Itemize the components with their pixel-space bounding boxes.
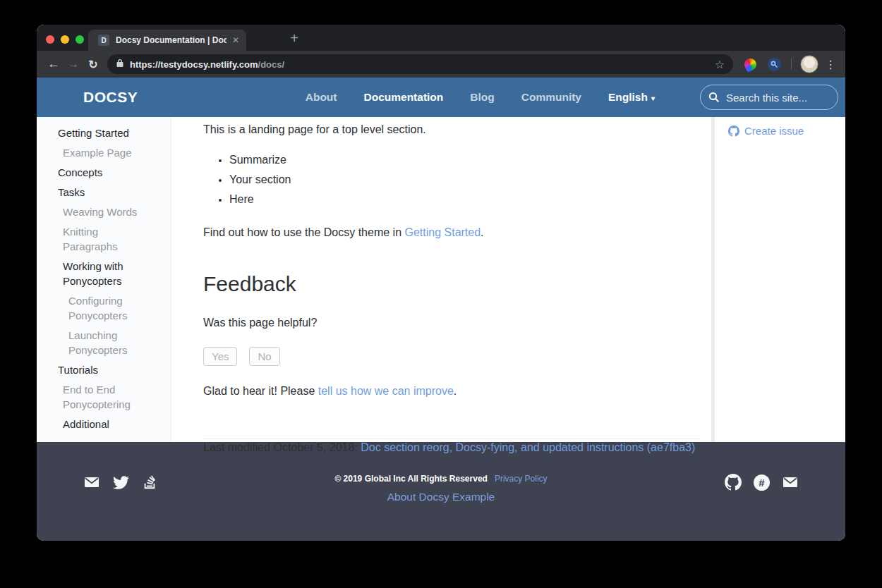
lock-icon [116, 58, 124, 71]
address-bar[interactable]: https://testydocsy.netlify.com /docs/ ☆ [107, 54, 733, 74]
site-navbar: DOCSY About Documentation Blog Community… [37, 78, 845, 117]
close-tab-icon[interactable]: ✕ [232, 35, 239, 45]
password-extension-icon[interactable] [768, 58, 781, 71]
copyright-text: © 2019 Global Inc All Rights Reserved [334, 474, 487, 484]
twitter-icon[interactable] [113, 474, 129, 491]
brand-logo[interactable]: DOCSY [83, 89, 138, 106]
find-out-prefix: Find out how to use the Docsy theme in [203, 226, 404, 238]
no-button[interactable]: No [249, 347, 279, 366]
right-sidebar: Create issue [715, 117, 845, 442]
nav-item-blog[interactable]: Blog [470, 91, 494, 104]
toolbar-divider [791, 59, 792, 70]
sidebar-item-working-with-ponycopters[interactable]: Working with Ponycopters [37, 259, 171, 288]
feedback-response: Glad to hear it! Please tell us how we c… [203, 383, 701, 400]
footer-social-right: # [676, 474, 845, 491]
page-content: Getting Started Example Page Concepts Ta… [37, 117, 845, 442]
privacy-policy-link[interactable]: Privacy Policy [495, 474, 548, 484]
github-icon[interactable] [725, 474, 742, 491]
find-out-suffix: . [481, 226, 483, 238]
sidebar-item-knitting-paragraphs[interactable]: Knitting Paragraphs [37, 224, 171, 254]
github-icon [728, 125, 739, 137]
about-docsy-link[interactable]: About Docsy Example [387, 491, 495, 503]
nav-item-community[interactable]: Community [521, 91, 581, 104]
site-footer: © 2019 Global Inc All Rights ReservedPri… [37, 442, 845, 541]
bookmark-star-icon[interactable]: ☆ [715, 58, 725, 71]
list-item: Summarize [229, 154, 701, 166]
language-dropdown[interactable]: English▾ [608, 91, 655, 104]
site-favicon-icon: D [98, 35, 109, 46]
nav-item-about[interactable]: About [306, 91, 337, 104]
getting-started-link[interactable]: Getting Started [404, 226, 481, 238]
search-icon [708, 92, 720, 103]
search-box [700, 85, 838, 110]
list-item: Your section [229, 173, 701, 186]
improve-link[interactable]: tell us how we can improve [318, 385, 454, 397]
tab-title: Docsy Documentation | Docsy [116, 35, 226, 45]
sidebar-item-additional[interactable]: Additional [37, 417, 171, 431]
language-label: English [608, 91, 648, 103]
browser-window: D Docsy Documentation | Docsy ✕ + ← → ↻ … [37, 25, 845, 541]
zoom-window-button[interactable] [75, 35, 84, 44]
sidebar-item-launching-ponycopters[interactable]: Launching Ponycopters [37, 328, 171, 357]
url-host: https://testydocsy.netlify.com [130, 59, 258, 70]
intro-paragraph: This is a landing page for a top level s… [203, 121, 701, 138]
feedback-buttons: Yes No [203, 347, 701, 366]
nav-links: About Documentation Blog Community Engli… [306, 85, 838, 110]
nav-item-documentation[interactable]: Documentation [363, 91, 443, 104]
forward-icon[interactable]: → [64, 54, 83, 74]
response-suffix: . [454, 385, 457, 397]
browser-menu-icon[interactable]: ⋮ [823, 58, 838, 71]
create-issue-label: Create issue [744, 125, 804, 137]
tab-strip: D Docsy Documentation | Docsy ✕ + [37, 25, 845, 51]
chevron-down-icon: ▾ [651, 94, 655, 102]
main-article: This is a landing page for a top level s… [171, 117, 711, 442]
mail-icon[interactable] [83, 474, 100, 491]
sidebar-item-tutorials[interactable]: Tutorials [37, 362, 171, 377]
sidebar-item-configuring-ponycopters[interactable]: Configuring Ponycopters [37, 293, 171, 323]
feedback-question: Was this page helpful? [203, 314, 701, 331]
back-icon[interactable]: ← [44, 54, 64, 74]
bullet-list: Summarize Your section Here [203, 154, 701, 206]
browser-toolbar: ← → ↻ https://testydocsy.netlify.com /do… [37, 51, 845, 78]
sidebar-item-end-to-end-ponycoptering[interactable]: End to End Ponycoptering [37, 382, 171, 412]
sidebar-item-getting-started[interactable]: Getting Started [37, 125, 171, 140]
browser-tab[interactable]: D Docsy Documentation | Docsy ✕ [88, 30, 246, 51]
reload-icon[interactable]: ↻ [83, 54, 103, 74]
color-extension-icon[interactable] [742, 56, 759, 73]
new-tab-button[interactable]: + [285, 29, 303, 47]
yes-button[interactable]: Yes [203, 347, 237, 366]
last-modified: Last modified October 5, 2018: Doc secti… [203, 439, 701, 456]
stack-overflow-icon[interactable] [142, 474, 157, 490]
profile-avatar[interactable] [800, 55, 818, 73]
last-modified-prefix: Last modified October 5, 2018: [203, 441, 361, 453]
url-path: /docs/ [258, 59, 285, 70]
docs-sidebar: Getting Started Example Page Concepts Ta… [37, 117, 171, 442]
mail-icon[interactable] [782, 474, 799, 491]
list-item: Here [229, 193, 701, 206]
sidebar-item-weaving-words[interactable]: Weaving Words [37, 204, 171, 219]
find-out-paragraph: Find out how to use the Docsy theme in G… [203, 224, 701, 241]
create-issue-link[interactable]: Create issue [728, 125, 845, 137]
footer-social-left [37, 474, 206, 491]
footer-center: © 2019 Global Inc All Rights ReservedPri… [206, 474, 676, 503]
traffic-lights [46, 35, 84, 44]
slack-icon[interactable]: # [754, 474, 770, 491]
commit-link[interactable]: Doc section reorg, Docsy-fying, and upda… [361, 441, 695, 453]
sidebar-item-concepts[interactable]: Concepts [37, 165, 171, 180]
response-prefix: Glad to hear it! Please [203, 385, 318, 397]
sidebar-item-tasks[interactable]: Tasks [37, 185, 171, 200]
search-input[interactable] [700, 85, 838, 110]
sidebar-item-example-page[interactable]: Example Page [37, 145, 171, 160]
close-window-button[interactable] [46, 35, 54, 44]
feedback-heading: Feedback [203, 272, 701, 296]
minimize-window-button[interactable] [61, 35, 69, 44]
